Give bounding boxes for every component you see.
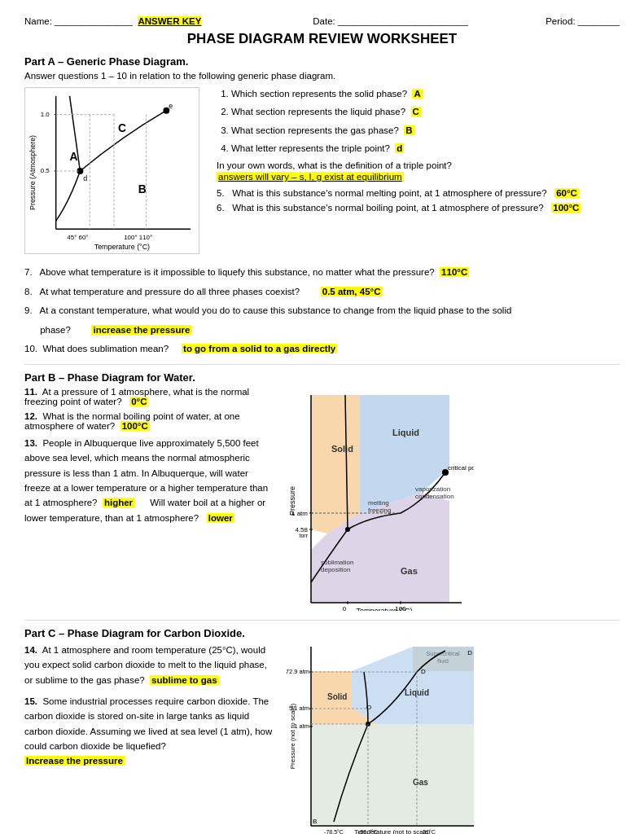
svg-text:Temperature (°C): Temperature (°C) xyxy=(94,243,150,251)
svg-text:45° 60°: 45° 60° xyxy=(67,234,88,241)
part-c: Part C – Phase Diagram for Carbon Dioxid… xyxy=(24,627,620,834)
svg-text:1 atm: 1 atm xyxy=(291,510,308,517)
svg-text:1.0: 1.0 xyxy=(41,111,50,118)
answer-5: 60°C xyxy=(554,188,579,198)
svg-text:vaporization: vaporization xyxy=(415,485,450,493)
svg-text:0: 0 xyxy=(343,605,347,611)
page-title: PHASE DIAGRAM REVIEW WORKSHEET xyxy=(24,31,620,47)
answer-13b: lower xyxy=(207,513,234,523)
svg-text:Pressure (not to scale): Pressure (not to scale) xyxy=(289,703,296,769)
svg-text:1 atm: 1 atm xyxy=(294,722,309,730)
answer-13a: higher xyxy=(103,498,134,507)
svg-text:100: 100 xyxy=(395,605,406,611)
answer-10: to go from a solid to a gas directly xyxy=(182,344,337,353)
answer-8: 0.5 atm, 45°C xyxy=(321,287,383,296)
svg-text:-78.5°C: -78.5°C xyxy=(324,829,344,834)
svg-text:Liquid: Liquid xyxy=(392,428,419,437)
period-label: Period: ________ xyxy=(545,16,620,26)
part-a: Part A – Generic Phase Diagram. Answer q… xyxy=(24,55,620,358)
svg-marker-61 xyxy=(311,724,474,826)
header: Name: _______________ ANSWER KEY Date: _… xyxy=(24,16,620,26)
part-c-questions: 14. At 1 atmosphere and room temperature… xyxy=(24,643,277,834)
part-a-full-questions: 7. Above what temperature is it impossib… xyxy=(24,265,620,358)
generic-phase-diagram: Pressure (Atmosphere) 1.0 0.5 45° 60° 10… xyxy=(24,87,204,257)
name-label: Name: _______________ ANSWER KEY xyxy=(24,16,240,26)
svg-text:critical point: critical point xyxy=(448,464,474,472)
svg-text:B: B xyxy=(313,818,317,825)
water-phase-diagram: Pressure Temperature (°C) 100 0 0.0098 1… xyxy=(287,387,620,613)
svg-text:Gas: Gas xyxy=(401,566,418,576)
answer-7: 110°C xyxy=(440,267,469,277)
svg-text:e: e xyxy=(169,102,173,110)
co2-phase-diagram: Supercritical fluid Liquid Solid Gas Pre… xyxy=(287,643,620,834)
svg-text:A: A xyxy=(70,150,78,163)
answer-triple-point: answers will vary – s, l, g exist at equ… xyxy=(217,172,404,182)
answer-4: d xyxy=(395,143,404,153)
svg-text:d: d xyxy=(83,174,87,182)
answer-2: C xyxy=(411,107,421,116)
svg-text:31°C: 31°C xyxy=(423,829,436,834)
answer-14: sublime to gas xyxy=(150,675,219,685)
svg-text:torr: torr xyxy=(300,533,309,538)
part-b-questions: 11. At a pressure of 1 atmosphere, what … xyxy=(24,387,277,613)
answer-15: Increase the pressure xyxy=(24,756,125,766)
svg-text:Pressure (Atmosphere): Pressure (Atmosphere) xyxy=(28,135,37,210)
part-a-intro: Answer questions 1 – 10 in relation to t… xyxy=(24,71,620,81)
date-label: Date: _________________________ xyxy=(313,16,473,26)
svg-text:B: B xyxy=(138,182,147,195)
answer-3: B xyxy=(404,125,414,135)
answer-12: 100°C xyxy=(120,421,150,431)
svg-text:melting: melting xyxy=(368,499,389,507)
answer-6: 100°C xyxy=(551,203,580,213)
svg-text:freezing: freezing xyxy=(368,507,391,514)
svg-text:condensation: condensation xyxy=(415,493,454,500)
svg-text:C: C xyxy=(118,121,126,134)
answer-11: 0°C xyxy=(129,397,148,406)
svg-text:sublimation: sublimation xyxy=(321,559,353,566)
part-b-title: Part B – Phase Diagram for Water. xyxy=(24,371,620,384)
part-b: Part B – Phase Diagram for Water. 11. At… xyxy=(24,371,620,613)
answer-key: ANSWER KEY xyxy=(138,16,201,26)
svg-text:5.1 atm: 5.1 atm xyxy=(289,705,309,712)
svg-text:deposition: deposition xyxy=(321,566,350,573)
svg-text:72.9 atm: 72.9 atm xyxy=(287,668,309,675)
answer-9: increase the pressure xyxy=(91,325,191,335)
svg-text:D: D xyxy=(467,649,472,656)
svg-text:0.5: 0.5 xyxy=(41,167,50,174)
svg-text:Solid: Solid xyxy=(331,444,353,454)
part-a-title: Part A – Generic Phase Diagram. xyxy=(24,55,620,68)
svg-text:D: D xyxy=(421,668,426,675)
answer-1: A xyxy=(412,89,422,99)
svg-text:Gas: Gas xyxy=(413,778,428,787)
svg-marker-57 xyxy=(352,647,474,724)
svg-text:Solid: Solid xyxy=(327,692,347,701)
part-c-title: Part C – Phase Diagram for Carbon Dioxid… xyxy=(24,627,620,639)
svg-text:-56.7°C: -56.7°C xyxy=(358,829,378,834)
part-a-questions: Which section represents the solid phase… xyxy=(217,87,620,257)
svg-text:100° 110°: 100° 110° xyxy=(124,234,152,241)
svg-point-44 xyxy=(345,527,350,532)
